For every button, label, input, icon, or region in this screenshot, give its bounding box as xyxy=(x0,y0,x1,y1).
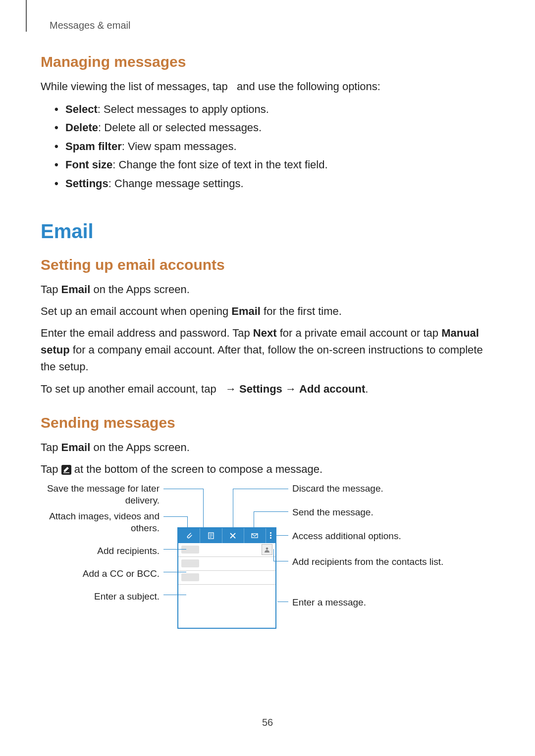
heading-sending-messages: Sending messages xyxy=(41,414,494,431)
setup-p2: Set up an email account when opening Ema… xyxy=(41,303,494,320)
contacts-icon xyxy=(262,544,272,555)
discard-icon xyxy=(222,528,244,543)
heading-setting-up: Setting up email accounts xyxy=(41,256,494,273)
cc-bcc-row xyxy=(178,557,275,571)
option-desc: : Change message settings. xyxy=(108,177,244,190)
callout-body: Enter a message. xyxy=(292,597,441,608)
compose-icon xyxy=(61,463,74,475)
leader-line xyxy=(273,549,274,561)
svg-point-9 xyxy=(266,548,268,550)
option-desc: : Delete all or selected messages. xyxy=(98,121,262,134)
svg-rect-1 xyxy=(63,472,69,473)
heading-managing-messages: Managing messages xyxy=(41,53,494,70)
managing-options-list: Select: Select messages to apply options… xyxy=(41,100,494,193)
field-placeholder xyxy=(181,546,199,554)
callout-discard: Discard the message. xyxy=(292,483,441,495)
leader-line xyxy=(203,489,204,528)
recipients-row xyxy=(178,543,275,557)
setup-p1: Tap Email on the Apps screen. xyxy=(41,281,494,298)
option-name: Delete xyxy=(65,121,98,134)
bold-text: Settings xyxy=(239,383,282,395)
bold-text: Next xyxy=(253,327,277,339)
option-name: Select xyxy=(65,103,98,115)
leader-line xyxy=(277,602,288,602)
callout-subject: Enter a subject. xyxy=(41,591,160,603)
save-draft-icon xyxy=(200,528,221,543)
text: for a private email account or tap xyxy=(277,327,442,339)
setup-p3: Enter the email address and password. Ta… xyxy=(41,325,494,375)
breadcrumb: Messages & email xyxy=(50,20,130,31)
leader-line xyxy=(273,561,288,561)
text: To set up another email account, tap xyxy=(41,383,219,395)
list-item: Settings: Change message settings. xyxy=(54,174,494,193)
page-number: 56 xyxy=(0,717,535,728)
leader-line xyxy=(163,516,187,517)
phone-mock xyxy=(177,527,276,629)
text: Tap xyxy=(41,463,61,475)
bold-text: Email xyxy=(61,283,91,296)
leader-line xyxy=(233,489,288,489)
leader-line xyxy=(187,516,188,528)
option-name: Spam filter xyxy=(65,140,122,152)
option-desc: : Select messages to apply options. xyxy=(98,103,269,115)
text: . xyxy=(365,383,368,395)
page-edge-marker xyxy=(26,0,27,32)
bold-text: Email xyxy=(231,305,261,317)
text: at the bottom of the screen to compose a… xyxy=(74,463,322,475)
setup-p4: To set up another email account, tap → S… xyxy=(41,381,494,398)
heading-email: Email xyxy=(41,220,494,243)
text: for the first time. xyxy=(261,305,342,317)
list-item: Delete: Delete all or selected messages. xyxy=(54,118,494,137)
callout-contacts: Add recipients from the contacts list. xyxy=(292,556,451,568)
sending-p2: Tap at the bottom of the screen to compo… xyxy=(41,461,494,478)
list-item: Font size: Change the font size of text … xyxy=(54,155,494,174)
compose-screen-diagram: Save the message for later delivery. Att… xyxy=(41,483,496,641)
text: on the Apps screen. xyxy=(90,441,190,454)
list-item: Select: Select messages to apply options… xyxy=(54,100,494,118)
option-name: Settings xyxy=(65,177,108,190)
callout-send: Send the message. xyxy=(292,506,441,518)
callout-save: Save the message for later delivery. xyxy=(41,483,160,506)
text: Tap xyxy=(41,283,61,296)
callout-attach: Attach images, videos and others. xyxy=(41,510,160,534)
text: → xyxy=(225,383,239,395)
leader-line xyxy=(233,489,233,528)
send-icon xyxy=(244,528,266,543)
more-options-icon xyxy=(266,528,275,543)
option-name: Font size xyxy=(65,158,112,171)
text: Set up an email account when opening xyxy=(41,305,231,317)
leader-line xyxy=(271,535,288,536)
text: While viewing the list of messages, tap xyxy=(41,80,231,93)
bold-text: Add account xyxy=(299,383,365,395)
text: → xyxy=(282,383,299,395)
leader-line xyxy=(163,595,186,595)
callout-ccbcc: Add a CC or BCC. xyxy=(41,568,160,580)
leader-line xyxy=(163,489,203,489)
callout-recipients: Add recipients. xyxy=(41,545,160,557)
callout-options: Access additional options. xyxy=(292,530,441,542)
option-desc: : Change the font size of text in the te… xyxy=(112,158,327,171)
message-body-area xyxy=(178,585,275,627)
text: for a company email account. After that,… xyxy=(41,344,483,373)
compose-toolbar xyxy=(178,528,275,543)
option-desc: : View spam messages. xyxy=(122,140,237,152)
managing-intro: While viewing the list of messages, tap … xyxy=(41,78,494,95)
text: on the Apps screen. xyxy=(90,283,190,296)
leader-line xyxy=(163,572,186,572)
field-placeholder xyxy=(181,559,199,567)
sending-p1: Tap Email on the Apps screen. xyxy=(41,439,494,456)
leader-line xyxy=(254,511,288,512)
text: and use the following options: xyxy=(237,80,380,93)
list-item: Spam filter: View spam messages. xyxy=(54,137,494,155)
text: Tap xyxy=(41,441,61,454)
leader-line xyxy=(163,549,186,550)
bold-text: Email xyxy=(61,441,91,454)
field-placeholder xyxy=(181,573,199,581)
leader-line xyxy=(254,511,254,528)
subject-row xyxy=(178,571,275,585)
attach-icon xyxy=(178,528,200,543)
text: Enter the email address and password. Ta… xyxy=(41,327,253,339)
